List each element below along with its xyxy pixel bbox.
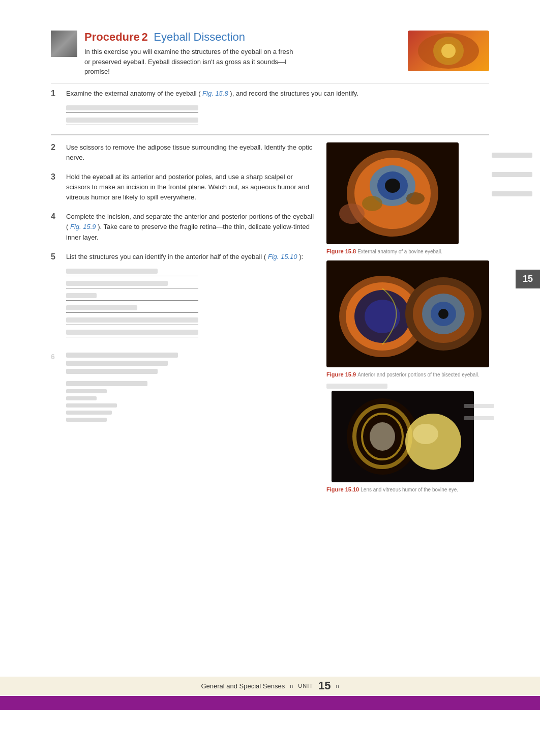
svg-point-8 [385,179,400,193]
step-5-text: List the structures you can identify in … [66,252,316,262]
right-col: Figure 15.8 External anatomy of a bovine… [326,142,489,499]
step5-line-4[interactable] [66,304,198,313]
fig-15-10-wrapper: Figure 15.10 Lens and vitreous humor of … [326,384,489,492]
procedure-icon [51,31,77,57]
section-divider [51,134,489,135]
svg-point-21 [438,309,448,319]
step5-line-5[interactable] [66,316,198,325]
svg-point-26 [370,422,395,451]
procedure-name: Eyeball Dissection [154,31,245,43]
step-1-text-after: ), and record the structures you can ide… [230,90,358,97]
procedure-number: 2 [141,31,147,43]
header-divider [51,83,489,83]
step-5-text-before: List the structures you can identify in … [66,253,266,260]
page-wrapper: Procedure 2 Eyeball Dissection In this e… [0,0,540,756]
step-5-block: 5 List the structures you can identify i… [51,252,316,337]
procedure-title: Procedure 2 Eyeball Dissection In this e… [84,31,408,77]
step5-line-6[interactable] [66,328,198,337]
fig-15-10-side-labels [464,404,494,420]
fig-15-8-num: Figure 15.8 [326,248,356,254]
footer-purple-bar [0,696,540,710]
step-1-text-before: Examine the external anatomy of the eyeb… [66,90,200,97]
svg-point-9 [362,196,382,211]
intro-text: In this exercise you will examine the st… [84,47,298,77]
step-1-text: Examine the external anatomy of the eyeb… [66,89,489,99]
step-5-row: 5 List the structures you can identify i… [51,252,316,262]
step-3-block: 3 Hold the eyeball at its anterior and p… [51,172,316,202]
fig-15-10-caption: Figure 15.10 Lens and vitreous humor of … [326,486,489,492]
fig-15-8-image [326,142,459,244]
fig-15-9-num: Figure 15.9 [326,371,356,377]
procedure-label: Procedure [84,31,140,43]
step-2-number: 2 [51,143,62,152]
step-4-row: 4 Complete the incision, and separate th… [51,212,316,242]
footer-nav-prev[interactable]: n [290,683,293,689]
svg-point-28 [413,424,438,444]
step-3-text: Hold the eyeball at its anterior and pos… [66,172,316,202]
left-col: 2 Use scissors to remove the adipose tis… [51,142,316,499]
svg-point-10 [406,192,425,205]
fig-15-9-desc: Anterior and posterior portions of the b… [357,372,479,377]
fig-15-8-desc-text: External anatomy of a bovine eyeball. [357,249,442,254]
step5-line-2[interactable] [66,279,198,288]
step-1-fig-link[interactable]: Fig. 15.8 [202,90,228,97]
footer-unit-number: 15 [318,679,331,692]
fig-15-9-caption: Figure 15.9 Anterior and posterior porti… [326,371,489,377]
svg-point-2 [441,44,456,58]
fig-15-10-image [332,391,474,482]
step-1-answer-lines [66,104,489,125]
step-1-block: 1 Examine the external anatomy of the ey… [51,89,489,125]
page-badge: 15 [516,270,540,288]
step-3-row: 3 Hold the eyeball at its anterior and p… [51,172,316,202]
fig-15-9-wrapper: Figure 15.9 Anterior and posterior porti… [326,260,489,377]
footer-nav-next[interactable]: n [336,683,339,689]
step-2-block: 2 Use scissors to remove the adipose tis… [51,142,316,163]
fig-15-8-labels [492,153,532,211]
step-4-block: 4 Complete the incision, and separate th… [51,212,316,242]
step5-line-3[interactable] [66,292,198,301]
svg-point-11 [339,203,365,224]
step-1-number: 1 [51,89,62,98]
step-2-text: Use scissors to remove the adipose tissu… [66,142,316,163]
step-1-row: 1 Examine the external anatomy of the ey… [51,89,489,99]
step5-line-1[interactable] [66,267,198,276]
header-row: Procedure 2 Eyeball Dissection In this e… [51,31,489,77]
header-image [408,31,489,71]
footer-unit-label: UNIT [298,683,313,689]
step-4-text-after: ). Take care to preserve the fragile ret… [66,223,310,241]
footer-section-label: General and Special Senses [201,682,285,690]
step-2-row: 2 Use scissors to remove the adipose tis… [51,142,316,163]
fig-15-10-desc: Lens and vitreous humor of the bovine ey… [361,487,458,492]
footer-band: General and Special Senses n UNIT 15 n [0,677,540,695]
fig-15-9-image [326,260,489,367]
answer-line-2[interactable] [66,116,198,125]
fig-15-8-caption: Figure 15.8 External anatomy of a bovine… [326,248,489,254]
fig-15-10-num: Figure 15.10 [326,486,359,492]
step-4-text: Complete the incision, and separate the … [66,212,316,242]
step-5-number: 5 [51,252,62,261]
fig-15-10-top-labels [326,384,489,389]
step-5-fig-link[interactable]: Fig. 15.10 [268,253,297,260]
step-5-answer-lines [66,267,316,337]
step-4-fig-link[interactable]: Fig. 15.9 [70,223,96,230]
page-content: Procedure 2 Eyeball Dissection In this e… [0,0,540,509]
main-two-col: 2 Use scissors to remove the adipose tis… [51,142,489,499]
blurred-section-6: 6 [51,353,316,422]
step-5-text-after: ): [299,253,303,260]
step-3-number: 3 [51,172,62,182]
step-4-number: 4 [51,212,62,221]
answer-line-1[interactable] [66,104,198,113]
fig-15-8-wrapper: Figure 15.8 External anatomy of a bovine… [326,142,489,254]
